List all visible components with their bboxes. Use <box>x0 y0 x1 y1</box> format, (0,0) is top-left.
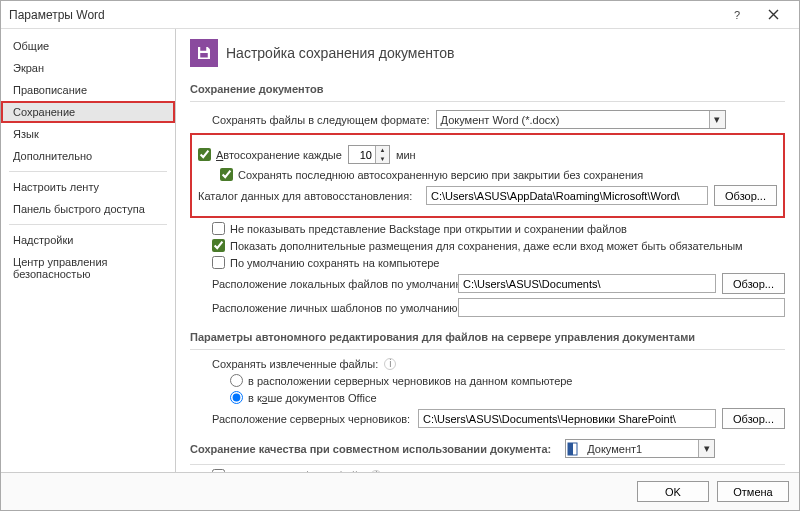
quality-doc-combo[interactable]: Документ1 ▾ <box>565 439 715 458</box>
svg-rect-0 <box>200 47 206 51</box>
spin-down-icon[interactable]: ▼ <box>376 155 389 164</box>
save-header-icon <box>190 39 218 67</box>
radio-server-drafts-local[interactable]: в расположении серверных черновиков на д… <box>230 374 572 387</box>
svg-rect-1 <box>200 53 208 58</box>
spin-up-icon[interactable]: ▲ <box>376 146 389 155</box>
help-button[interactable]: ? <box>719 1 755 29</box>
sidebar-item-proofing[interactable]: Правописание <box>1 79 175 101</box>
extracted-files-label: Сохранять извлеченные файлы: <box>212 358 378 370</box>
show-extra-places-checkbox[interactable]: Показать дополнительные размещения для с… <box>212 239 743 252</box>
section-save-docs: Сохранение документов <box>190 79 785 102</box>
cancel-button[interactable]: Отмена <box>717 481 789 502</box>
server-drafts-browse-button[interactable]: Обзор... <box>722 408 785 429</box>
sidebar-item-language[interactable]: Язык <box>1 123 175 145</box>
server-drafts-label: Расположение серверных черновиков: <box>212 413 412 425</box>
sidebar-item-display[interactable]: Экран <box>1 57 175 79</box>
word-options-window: Параметры Word ? Общие Экран Правописани… <box>0 0 800 511</box>
sidebar-item-quick-access[interactable]: Панель быстрого доступа <box>1 198 175 220</box>
doc-icon <box>566 442 580 456</box>
save-local-default-checkbox[interactable]: По умолчанию сохранять на компьютере <box>212 256 439 269</box>
recover-dir-field[interactable] <box>426 186 708 205</box>
sidebar: Общие Экран Правописание Сохранение Язык… <box>1 29 176 472</box>
info-icon[interactable]: i <box>384 358 396 370</box>
local-files-browse-button[interactable]: Обзор... <box>722 273 785 294</box>
autosave-highlight: Автосохранение каждые ▲▼ мин Сохранять п… <box>190 133 785 218</box>
autosave-checkbox[interactable]: Автосохранение каждые <box>198 148 342 161</box>
no-backstage-checkbox[interactable]: Не показывать представление Backstage пр… <box>212 222 627 235</box>
sidebar-item-addins[interactable]: Надстройки <box>1 229 175 251</box>
close-icon <box>768 9 779 20</box>
recover-dir-label: Каталог данных для автовосстановления: <box>198 190 420 202</box>
window-title: Параметры Word <box>9 8 719 22</box>
radio-office-cache[interactable]: в кэше документов Office <box>230 391 377 404</box>
content-pane: Настройка сохранения документов Сохранен… <box>176 29 799 472</box>
titlebar: Параметры Word ? <box>1 1 799 29</box>
keep-last-autosave-checkbox[interactable]: Сохранять последнюю автосохраненную верс… <box>220 168 643 181</box>
templates-label: Расположение личных шаблонов по умолчани… <box>212 302 452 314</box>
sidebar-item-general[interactable]: Общие <box>1 35 175 57</box>
autosave-unit: мин <box>396 149 416 161</box>
format-combo[interactable]: Документ Word (*.docx) ▾ <box>436 110 726 129</box>
server-drafts-field[interactable] <box>418 409 716 428</box>
dialog-footer: OK Отмена <box>1 472 799 510</box>
sidebar-item-save[interactable]: Сохранение <box>1 101 175 123</box>
templates-field[interactable] <box>458 298 785 317</box>
local-files-field[interactable] <box>458 274 716 293</box>
page-header: Настройка сохранения документов <box>190 39 785 67</box>
recover-dir-browse-button[interactable]: Обзор... <box>714 185 777 206</box>
section-quality: Сохранение качества при совместном испол… <box>190 443 551 455</box>
ok-button[interactable]: OK <box>637 481 709 502</box>
local-files-label: Расположение локальных файлов по умолчан… <box>212 278 452 290</box>
chevron-down-icon[interactable]: ▾ <box>709 111 725 128</box>
sidebar-item-advanced[interactable]: Дополнительно <box>1 145 175 167</box>
autosave-interval-spinner[interactable]: ▲▼ <box>348 145 390 164</box>
chevron-down-icon[interactable]: ▾ <box>698 440 714 457</box>
sidebar-item-customize-ribbon[interactable]: Настроить ленту <box>1 176 175 198</box>
close-button[interactable] <box>755 1 791 29</box>
page-title: Настройка сохранения документов <box>226 45 454 61</box>
svg-rect-3 <box>568 443 573 455</box>
section-offline: Параметры автономного редактирования для… <box>190 327 785 350</box>
format-label: Сохранять файлы в следующем формате: <box>212 114 430 126</box>
sidebar-item-trust-center[interactable]: Центр управления безопасностью <box>1 251 175 285</box>
